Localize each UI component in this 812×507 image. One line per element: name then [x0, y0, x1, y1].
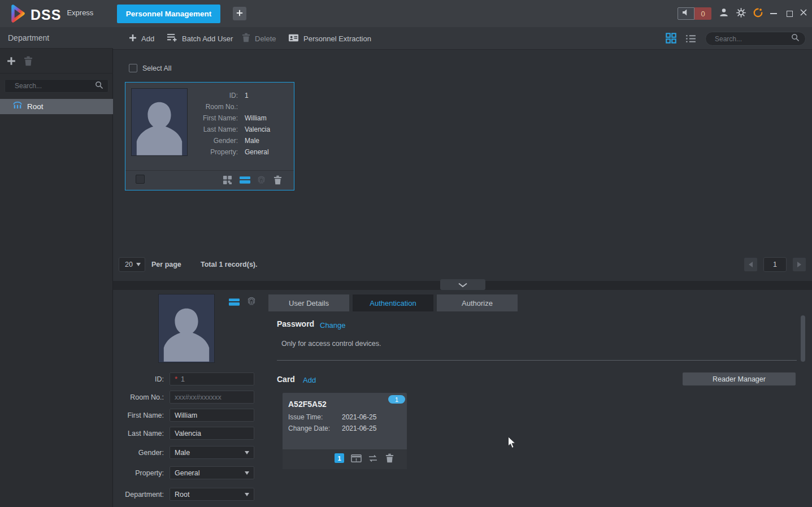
field-label: ID: [125, 92, 238, 103]
form-row-last-name: Last Name: [113, 427, 254, 440]
id-label: ID: [113, 375, 164, 383]
tab-authentication[interactable]: Authentication [353, 294, 433, 311]
first-name-field [170, 409, 254, 422]
tab-authorize[interactable]: Authorize [437, 294, 518, 311]
chevron-down-icon [245, 493, 249, 496]
maximize-button[interactable] [783, 7, 796, 20]
room-field [170, 391, 254, 404]
add-card-link[interactable]: Add [303, 376, 316, 384]
card-count-badge: 1 [388, 395, 405, 404]
add-user-button[interactable]: Add [129, 27, 154, 50]
add-department-button[interactable] [7, 57, 16, 68]
department-select[interactable]: Root [170, 488, 254, 501]
face-detail-button[interactable] [223, 175, 233, 185]
brand-suffix: Express [67, 8, 93, 17]
section-divider [277, 360, 797, 361]
first-name-input[interactable] [175, 411, 249, 419]
property-label: Property: [113, 469, 164, 477]
main-card-toggle[interactable]: 1 [335, 453, 344, 463]
grid-view-button[interactable] [666, 33, 677, 44]
batch-add-user-button[interactable]: Batch Add User [167, 27, 233, 50]
fingerprint-icon-button[interactable] [256, 175, 266, 185]
detail-photo[interactable] [158, 294, 215, 363]
id-card-icon [288, 33, 299, 45]
select-all-checkbox[interactable] [129, 64, 137, 72]
person-card-footer [125, 170, 294, 190]
add-tab-button[interactable] [233, 7, 246, 20]
form-row-department: Department: Root [113, 488, 254, 501]
tab-user-details[interactable]: User Details [268, 294, 349, 311]
person-card-checkbox[interactable] [136, 175, 145, 184]
collapse-detail-button[interactable] [440, 279, 485, 290]
personnel-search [705, 32, 806, 46]
gear-icon [736, 7, 746, 20]
delete-user-button[interactable]: Delete [242, 27, 276, 50]
field-label: Property: [125, 148, 238, 159]
plus-icon [236, 8, 243, 19]
gender-label: Gender: [113, 449, 164, 457]
password-section-title: Password [277, 319, 314, 328]
next-page-button[interactable] [793, 258, 806, 271]
sidebar-title: Department [0, 27, 113, 49]
department-value: Root [175, 491, 189, 499]
app-window: DSS Express Personnel Management 0 [0, 0, 812, 507]
batch-add-icon [167, 33, 177, 44]
delete-department-button[interactable] [24, 56, 33, 68]
current-page-indicator[interactable]: 1 [763, 257, 787, 272]
person-card[interactable]: ID:1 Room No.: First Name:William Last N… [125, 82, 294, 190]
card-icon-button[interactable] [240, 176, 250, 186]
report-loss-button[interactable] [351, 454, 361, 464]
property-select[interactable]: General [170, 466, 254, 479]
brand-name: DSS [31, 7, 61, 23]
personnel-extraction-button[interactable]: Personnel Extraction [288, 27, 371, 50]
list-view-button[interactable] [685, 34, 697, 46]
per-page-select[interactable]: 20 [119, 257, 145, 272]
user-account-button[interactable] [717, 7, 731, 20]
change-password-link[interactable]: Change [320, 321, 346, 330]
card-entry[interactable]: 1 A52F5A52 Issue Time: 2021-06-25 Change… [283, 393, 407, 469]
department-search [5, 79, 108, 93]
form-row-property: Property: General [113, 466, 254, 479]
monitor-status-button[interactable] [751, 7, 765, 20]
id-field[interactable]: * 1 [170, 372, 254, 385]
delete-person-button[interactable] [273, 175, 284, 185]
card-section-title: Card [277, 375, 295, 384]
personnel-search-input[interactable] [715, 35, 791, 43]
department-search-input[interactable] [15, 82, 95, 90]
settings-button[interactable] [734, 7, 748, 20]
field-value: 1 [245, 92, 249, 103]
add-user-label: Add [141, 34, 154, 43]
field-value: Valencia [245, 125, 270, 137]
field-value: Male [245, 137, 259, 148]
per-page-label: Per page [151, 261, 181, 268]
room-input[interactable] [175, 393, 249, 401]
field-label: Room No.: [125, 103, 238, 114]
minimize-icon [770, 13, 777, 14]
last-name-input[interactable] [175, 430, 249, 437]
tab-personnel-management[interactable]: Personnel Management [117, 5, 220, 23]
detail-card-icon[interactable] [229, 298, 240, 309]
personnel-extraction-label: Personnel Extraction [303, 34, 371, 43]
department-label: Department: [113, 491, 164, 499]
arrow-right-icon [797, 262, 801, 267]
batch-add-label: Batch Add User [182, 34, 233, 43]
search-icon [95, 81, 103, 92]
gender-select[interactable]: Male [170, 446, 254, 459]
speaker-icon [681, 8, 691, 19]
gender-value: Male [175, 449, 190, 457]
delete-card-button[interactable] [385, 453, 396, 463]
prev-page-button[interactable] [744, 258, 757, 271]
personnel-list-area: Select All ID:1 Room No.: First Name:Wil… [113, 50, 812, 281]
replace-card-button[interactable] [368, 454, 378, 465]
detail-scrollbar-thumb[interactable] [801, 315, 805, 362]
detail-fingerprint-icon[interactable] [246, 296, 257, 309]
alarm-sound-button[interactable] [678, 7, 694, 20]
reader-manager-button[interactable]: Reader Manager [683, 372, 796, 385]
close-button[interactable] [797, 7, 810, 20]
minimize-button[interactable] [767, 7, 780, 20]
sidebar-item-root[interactable]: Root [0, 99, 113, 114]
form-row-first-name: First Name: [113, 409, 254, 422]
alarm-count-badge[interactable]: 0 [694, 7, 711, 20]
department-icon [12, 101, 23, 112]
delete-label: Delete [255, 34, 276, 43]
